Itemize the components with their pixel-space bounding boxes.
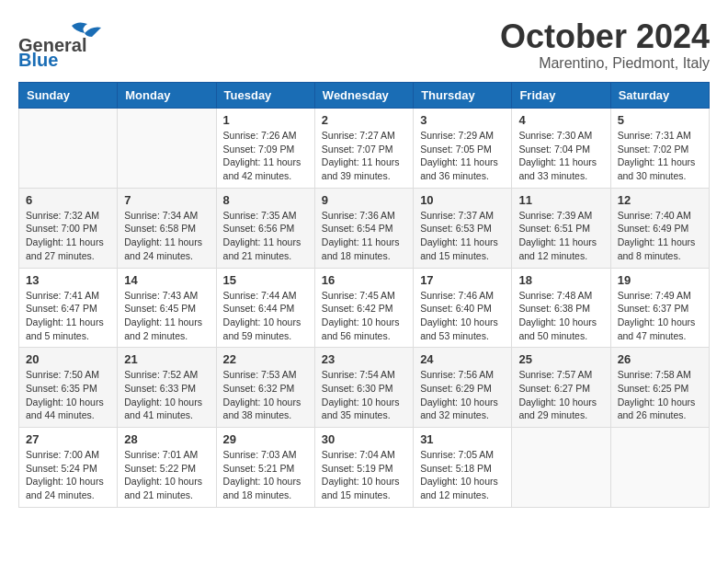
day-number: 25	[518, 352, 603, 366]
calendar-day: 14Sunrise: 7:43 AM Sunset: 6:45 PM Dayli…	[118, 268, 216, 348]
day-number: 7	[124, 193, 209, 207]
calendar-day: 11Sunrise: 7:39 AM Sunset: 6:51 PM Dayli…	[512, 188, 610, 268]
day-number: 2	[322, 113, 406, 127]
day-number: 17	[420, 273, 505, 287]
calendar-week-5: 27Sunrise: 7:00 AM Sunset: 5:24 PM Dayli…	[19, 428, 710, 508]
day-number: 8	[223, 193, 308, 207]
weekday-header-row: SundayMondayTuesdayWednesdayThursdayFrid…	[19, 83, 710, 109]
calendar-day: 12Sunrise: 7:40 AM Sunset: 6:49 PM Dayli…	[610, 188, 709, 268]
day-number: 21	[124, 352, 209, 366]
day-info: Sunrise: 7:41 AM Sunset: 6:47 PM Dayligh…	[26, 289, 110, 343]
day-info: Sunrise: 7:48 AM Sunset: 6:38 PM Dayligh…	[518, 289, 603, 343]
day-info: Sunrise: 7:26 AM Sunset: 7:09 PM Dayligh…	[223, 129, 308, 183]
calendar-day: 3Sunrise: 7:29 AM Sunset: 7:05 PM Daylig…	[414, 109, 512, 189]
day-info: Sunrise: 7:34 AM Sunset: 6:58 PM Dayligh…	[124, 209, 209, 263]
calendar-day: 6Sunrise: 7:32 AM Sunset: 7:00 PM Daylig…	[19, 188, 118, 268]
calendar-day: 27Sunrise: 7:00 AM Sunset: 5:24 PM Dayli…	[19, 428, 118, 508]
day-number: 27	[26, 432, 110, 446]
calendar-day: 21Sunrise: 7:52 AM Sunset: 6:33 PM Dayli…	[118, 348, 216, 428]
day-number: 24	[420, 352, 505, 366]
day-info: Sunrise: 7:46 AM Sunset: 6:40 PM Dayligh…	[420, 289, 505, 343]
calendar-day	[610, 428, 709, 508]
calendar-day: 10Sunrise: 7:37 AM Sunset: 6:53 PM Dayli…	[414, 188, 512, 268]
day-info: Sunrise: 7:40 AM Sunset: 6:49 PM Dayligh…	[618, 209, 702, 263]
day-number: 29	[223, 432, 308, 446]
month-title: October 2024	[500, 18, 710, 55]
calendar-day: 7Sunrise: 7:34 AM Sunset: 6:58 PM Daylig…	[118, 188, 216, 268]
weekday-header-friday: Friday	[512, 83, 610, 109]
weekday-header-wednesday: Wednesday	[314, 83, 413, 109]
day-number: 5	[618, 113, 702, 127]
day-info: Sunrise: 7:50 AM Sunset: 6:35 PM Dayligh…	[26, 368, 110, 422]
day-number: 1	[223, 113, 308, 127]
calendar-day: 18Sunrise: 7:48 AM Sunset: 6:38 PM Dayli…	[512, 268, 610, 348]
calendar-day	[118, 109, 216, 189]
calendar-day: 30Sunrise: 7:04 AM Sunset: 5:19 PM Dayli…	[314, 428, 413, 508]
day-info: Sunrise: 7:56 AM Sunset: 6:29 PM Dayligh…	[420, 368, 505, 422]
page-header: General Blue October 2024 Marentino, Pie…	[18, 18, 710, 73]
day-number: 26	[618, 352, 702, 366]
day-info: Sunrise: 7:53 AM Sunset: 6:32 PM Dayligh…	[223, 368, 308, 422]
calendar-day: 15Sunrise: 7:44 AM Sunset: 6:44 PM Dayli…	[216, 268, 314, 348]
calendar-day: 24Sunrise: 7:56 AM Sunset: 6:29 PM Dayli…	[414, 348, 512, 428]
svg-text:Blue: Blue	[18, 50, 58, 69]
weekday-header-saturday: Saturday	[610, 83, 709, 109]
day-info: Sunrise: 7:45 AM Sunset: 6:42 PM Dayligh…	[322, 289, 406, 343]
day-number: 19	[618, 273, 702, 287]
day-number: 23	[322, 352, 406, 366]
day-info: Sunrise: 7:00 AM Sunset: 5:24 PM Dayligh…	[26, 448, 110, 502]
day-info: Sunrise: 7:36 AM Sunset: 6:54 PM Dayligh…	[322, 209, 406, 263]
calendar-day: 13Sunrise: 7:41 AM Sunset: 6:47 PM Dayli…	[19, 268, 118, 348]
day-number: 14	[124, 273, 209, 287]
day-info: Sunrise: 7:44 AM Sunset: 6:44 PM Dayligh…	[223, 289, 308, 343]
calendar-day	[19, 109, 118, 189]
day-info: Sunrise: 7:32 AM Sunset: 7:00 PM Dayligh…	[26, 209, 110, 263]
day-info: Sunrise: 7:54 AM Sunset: 6:30 PM Dayligh…	[322, 368, 406, 422]
day-number: 22	[223, 352, 308, 366]
day-number: 30	[322, 432, 406, 446]
day-info: Sunrise: 7:43 AM Sunset: 6:45 PM Dayligh…	[124, 289, 209, 343]
day-info: Sunrise: 7:01 AM Sunset: 5:22 PM Dayligh…	[124, 448, 209, 502]
calendar-week-4: 20Sunrise: 7:50 AM Sunset: 6:35 PM Dayli…	[19, 348, 710, 428]
calendar-day: 29Sunrise: 7:03 AM Sunset: 5:21 PM Dayli…	[216, 428, 314, 508]
day-info: Sunrise: 7:35 AM Sunset: 6:56 PM Dayligh…	[223, 209, 308, 263]
calendar-day: 1Sunrise: 7:26 AM Sunset: 7:09 PM Daylig…	[216, 109, 314, 189]
day-number: 20	[26, 352, 110, 366]
calendar-day: 9Sunrise: 7:36 AM Sunset: 6:54 PM Daylig…	[314, 188, 413, 268]
weekday-header-sunday: Sunday	[19, 83, 118, 109]
day-number: 11	[518, 193, 603, 207]
day-info: Sunrise: 7:37 AM Sunset: 6:53 PM Dayligh…	[420, 209, 505, 263]
weekday-header-thursday: Thursday	[414, 83, 512, 109]
calendar-day: 16Sunrise: 7:45 AM Sunset: 6:42 PM Dayli…	[314, 268, 413, 348]
day-info: Sunrise: 7:29 AM Sunset: 7:05 PM Dayligh…	[420, 129, 505, 183]
calendar-day: 8Sunrise: 7:35 AM Sunset: 6:56 PM Daylig…	[216, 188, 314, 268]
calendar-day	[512, 428, 610, 508]
calendar-day: 20Sunrise: 7:50 AM Sunset: 6:35 PM Dayli…	[19, 348, 118, 428]
calendar-day: 4Sunrise: 7:30 AM Sunset: 7:04 PM Daylig…	[512, 109, 610, 189]
day-number: 16	[322, 273, 406, 287]
calendar-day: 25Sunrise: 7:57 AM Sunset: 6:27 PM Dayli…	[512, 348, 610, 428]
day-info: Sunrise: 7:03 AM Sunset: 5:21 PM Dayligh…	[223, 448, 308, 502]
day-number: 3	[420, 113, 505, 127]
day-number: 10	[420, 193, 505, 207]
day-number: 15	[223, 273, 308, 287]
day-info: Sunrise: 7:49 AM Sunset: 6:37 PM Dayligh…	[618, 289, 702, 343]
title-block: October 2024 Marentino, Piedmont, Italy	[500, 18, 710, 72]
day-number: 12	[618, 193, 702, 207]
logo-svg: General Blue	[18, 18, 138, 69]
day-info: Sunrise: 7:52 AM Sunset: 6:33 PM Dayligh…	[124, 368, 209, 422]
day-number: 18	[518, 273, 603, 287]
day-number: 4	[518, 113, 603, 127]
day-number: 28	[124, 432, 209, 446]
day-info: Sunrise: 7:05 AM Sunset: 5:18 PM Dayligh…	[420, 448, 505, 502]
day-number: 9	[322, 193, 406, 207]
calendar-day: 17Sunrise: 7:46 AM Sunset: 6:40 PM Dayli…	[414, 268, 512, 348]
weekday-header-monday: Monday	[118, 83, 216, 109]
calendar-day: 23Sunrise: 7:54 AM Sunset: 6:30 PM Dayli…	[314, 348, 413, 428]
calendar-table: SundayMondayTuesdayWednesdayThursdayFrid…	[18, 82, 710, 508]
day-info: Sunrise: 7:31 AM Sunset: 7:02 PM Dayligh…	[618, 129, 702, 183]
day-number: 6	[26, 193, 110, 207]
weekday-header-tuesday: Tuesday	[216, 83, 314, 109]
calendar-day: 5Sunrise: 7:31 AM Sunset: 7:02 PM Daylig…	[610, 109, 709, 189]
calendar-day: 19Sunrise: 7:49 AM Sunset: 6:37 PM Dayli…	[610, 268, 709, 348]
